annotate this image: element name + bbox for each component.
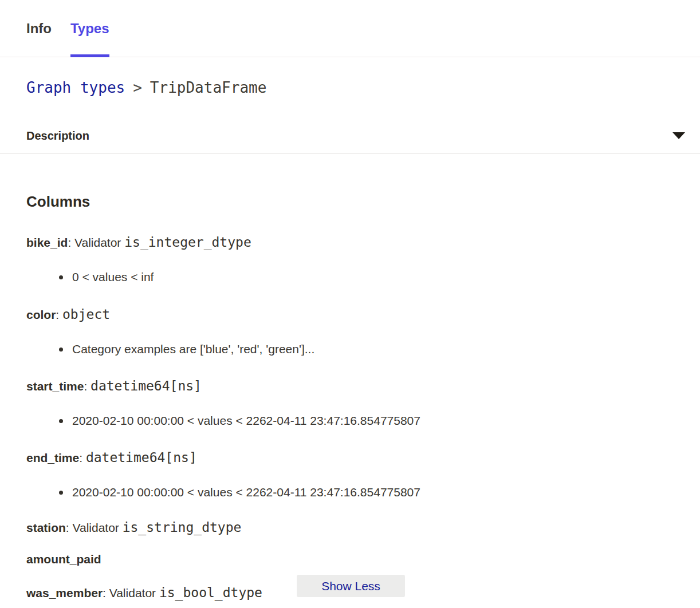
- column-type-code: is_string_dtype: [123, 520, 242, 535]
- column-name: station: [26, 521, 66, 534]
- breadcrumb-separator: >: [133, 79, 142, 96]
- columns-section: Columns bike_id: Validator is_integer_dt…: [0, 154, 700, 601]
- description-section-toggle[interactable]: Description: [0, 118, 700, 154]
- tab-types-label: Types: [70, 21, 109, 37]
- column-name: amount_paid: [26, 552, 101, 566]
- column-mid-text: :: [84, 380, 91, 393]
- constraint-item: 2020-02-10 00:00:00 < values < 2262-04-1…: [26, 485, 700, 500]
- tab-types[interactable]: Types: [70, 0, 109, 57]
- column-mid-text: : Validator: [66, 521, 123, 534]
- column-constraints-list: 2020-02-10 00:00:00 < values < 2262-04-1…: [26, 413, 700, 428]
- column-constraints-list: 0 < values < inf: [26, 270, 700, 285]
- constraint-item: 0 < values < inf: [26, 270, 700, 285]
- column-name: bike_id: [26, 236, 68, 249]
- column-mid-text: : Validator: [103, 586, 159, 599]
- column-type-code: is_integer_dtype: [124, 235, 251, 250]
- breadcrumb-link-graph-types[interactable]: Graph types: [26, 79, 125, 96]
- column-type-code: datetime64[ns]: [91, 378, 202, 393]
- column-type-code: datetime64[ns]: [86, 450, 197, 465]
- tab-info-label: Info: [26, 21, 52, 37]
- column-entry-color: color: object: [26, 307, 700, 322]
- columns-heading: Columns: [26, 194, 700, 210]
- column-name: end_time: [26, 451, 79, 464]
- column-name: start_time: [26, 380, 84, 393]
- column-entry-station: station: Validator is_string_dtype: [26, 520, 700, 535]
- column-mid-text: :: [56, 308, 62, 321]
- caret-down-icon[interactable]: [673, 132, 685, 139]
- column-constraints-list: 2020-02-10 00:00:00 < values < 2262-04-1…: [26, 485, 700, 500]
- tab-info[interactable]: Info: [26, 0, 52, 57]
- breadcrumb: Graph types > TripDataFrame: [0, 57, 700, 118]
- column-entry-amount-paid: amount_paid: [26, 552, 700, 567]
- column-entry-start-time: start_time: datetime64[ns]: [26, 378, 700, 394]
- description-label: Description: [26, 129, 89, 143]
- column-name: color: [26, 308, 56, 321]
- constraint-item: 2020-02-10 00:00:00 < values < 2262-04-1…: [26, 413, 700, 428]
- column-name: was_member: [26, 586, 103, 599]
- constraint-item: Category examples are ['blue', 'red', 'g…: [26, 342, 700, 357]
- column-constraints-list: Category examples are ['blue', 'red', 'g…: [26, 342, 700, 357]
- column-entry-end-time: end_time: datetime64[ns]: [26, 450, 700, 465]
- column-type-code: is_bool_dtype: [159, 585, 262, 600]
- show-less-button[interactable]: Show Less: [297, 575, 405, 597]
- column-mid-text: :: [79, 451, 86, 464]
- tab-bar: Info Types: [0, 0, 700, 57]
- column-entry-bike-id: bike_id: Validator is_integer_dtype: [26, 235, 700, 250]
- column-mid-text: : Validator: [68, 236, 124, 249]
- column-type-code: object: [62, 307, 110, 322]
- breadcrumb-current-type: TripDataFrame: [150, 79, 267, 96]
